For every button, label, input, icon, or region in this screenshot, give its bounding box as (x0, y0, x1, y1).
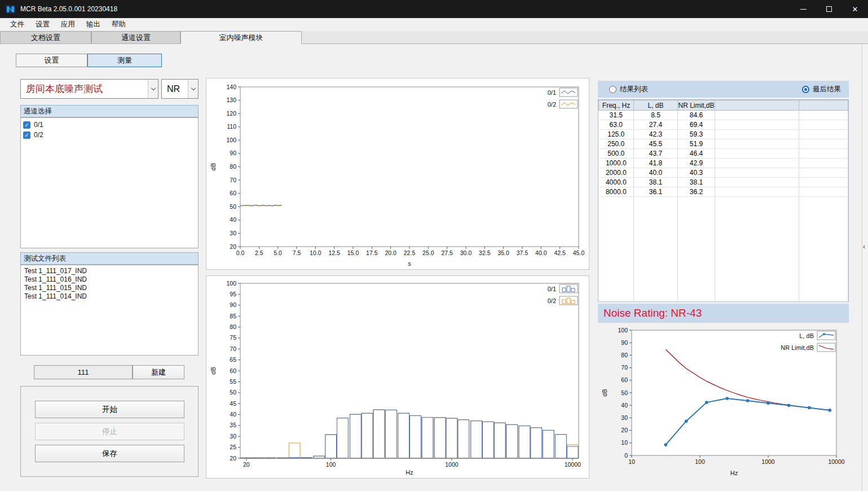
menu-help[interactable]: 帮助 (106, 18, 131, 31)
stop-button[interactable]: 停止 (35, 423, 184, 440)
collapse-left-icon: ‹ (863, 243, 865, 251)
spectrum-chart: 2025303540455055606570758085909510020100… (206, 275, 589, 479)
svg-text:20: 20 (621, 427, 628, 433)
svg-text:45.0: 45.0 (573, 249, 585, 256)
radio-selected-icon (802, 86, 809, 93)
svg-text:80: 80 (230, 323, 236, 330)
svg-text:17.5: 17.5 (366, 249, 378, 256)
table-row[interactable]: 500.043.746.4 (599, 149, 848, 159)
minimize-button[interactable] (790, 0, 816, 18)
menu-output[interactable]: 输出 (81, 18, 106, 31)
tab-document-settings[interactable]: 文档设置 (0, 31, 91, 43)
table-row[interactable]: 250.045.551.9 (599, 139, 848, 149)
table-row[interactable]: 2000.040.040.3 (599, 168, 848, 178)
table-row[interactable]: 31.58.584.6 (599, 111, 848, 120)
tab-measure[interactable]: 测量 (87, 54, 162, 67)
noise-rating-banner: Noise Rating: NR-43 (598, 304, 849, 323)
table-row (599, 255, 848, 264)
svg-text:20.0: 20.0 (385, 249, 396, 256)
svg-text:45: 45 (230, 400, 236, 407)
svg-text:95: 95 (230, 291, 236, 297)
table-row (599, 264, 848, 274)
file-list-item[interactable]: Test 1_111_014_IND (21, 292, 198, 301)
svg-text:2.5: 2.5 (255, 249, 263, 256)
file-list-item[interactable]: Test 1_111_017_IND (21, 267, 198, 275)
test-type-select[interactable]: 房间本底噪声测试 (20, 79, 158, 99)
col-level: L, dB (634, 100, 678, 111)
svg-text:0/2: 0/2 (548, 297, 556, 304)
channel-label: 0/1 (34, 121, 43, 129)
file-list-item[interactable]: Test 1_111_016_IND (21, 275, 198, 284)
svg-text:55: 55 (230, 378, 236, 385)
svg-text:Hz: Hz (730, 470, 738, 476)
svg-text:dB: dB (210, 367, 217, 374)
svg-text:37.5: 37.5 (517, 249, 528, 256)
svg-text:25.0: 25.0 (422, 249, 434, 256)
results-table-body: 31.58.584.663.027.469.4125.042.359.3250.… (599, 111, 848, 303)
maximize-icon (826, 6, 832, 12)
svg-text:65: 65 (230, 356, 236, 363)
svg-text:90: 90 (621, 339, 628, 346)
app-window: MCR Beta 2.05.0.001 20230418 ✕ 文件 设置 应用 … (0, 0, 868, 491)
menu-file[interactable]: 文件 (5, 18, 30, 31)
svg-text:L, dB: L, dB (799, 332, 814, 339)
checkbox-icon[interactable]: ✓ (23, 121, 30, 129)
right-splitter[interactable]: ‹ (862, 44, 868, 491)
file-list-item[interactable]: Test 1_111_015_IND (21, 284, 198, 292)
window-title: MCR Beta 2.05.0.001 20230418 (20, 5, 117, 13)
svg-text:10: 10 (621, 439, 628, 446)
svg-text:60: 60 (230, 367, 236, 374)
channel-item[interactable]: ✓0/1 (21, 120, 198, 130)
svg-text:0/2: 0/2 (548, 101, 556, 108)
svg-text:110: 110 (227, 123, 236, 130)
minimize-icon (800, 9, 807, 10)
svg-text:100: 100 (326, 461, 336, 468)
radio-result-list[interactable]: 结果列表 (609, 85, 648, 94)
table-row[interactable]: 125.042.359.3 (599, 130, 848, 139)
test-name-input[interactable] (34, 365, 133, 379)
menu-apply[interactable]: 应用 (55, 18, 81, 31)
svg-text:12.5: 12.5 (328, 249, 340, 256)
svg-text:30: 30 (621, 414, 628, 421)
svg-text:75: 75 (230, 334, 236, 341)
svg-text:70: 70 (230, 345, 236, 352)
svg-text:Hz: Hz (406, 469, 413, 476)
svg-text:10000: 10000 (828, 458, 844, 465)
svg-text:20: 20 (230, 455, 236, 462)
svg-text:140: 140 (226, 84, 236, 90)
svg-text:7.5: 7.5 (293, 249, 301, 256)
svg-text:35.0: 35.0 (497, 249, 509, 256)
svg-text:0: 0 (624, 452, 628, 459)
chevron-down-icon[interactable] (188, 80, 198, 98)
checkbox-icon[interactable]: ✓ (23, 131, 30, 139)
table-row (599, 293, 848, 303)
start-button[interactable]: 开始 (35, 401, 184, 418)
radio-last-result[interactable]: 最后结果 (802, 85, 841, 94)
save-button[interactable]: 保存 (35, 445, 184, 462)
svg-text:100: 100 (695, 458, 705, 465)
channel-section-header: 通道选择 (20, 105, 199, 117)
svg-text:50: 50 (230, 389, 236, 396)
chevron-down-icon[interactable] (148, 80, 158, 98)
channel-item[interactable]: ✓0/2 (21, 130, 198, 140)
svg-text:10: 10 (628, 458, 635, 465)
table-row (599, 226, 848, 235)
maximize-button[interactable] (816, 0, 842, 18)
table-row[interactable]: 1000.041.842.9 (599, 159, 848, 168)
table-row[interactable]: 8000.036.136.2 (599, 187, 848, 197)
tab-indoor-noise-module[interactable]: 室内噪声模块 (180, 31, 302, 44)
table-row[interactable]: 63.027.469.4 (599, 120, 848, 130)
svg-text:25: 25 (230, 444, 236, 450)
svg-text:s: s (408, 260, 411, 267)
col-freq: Freq., Hz (599, 100, 634, 111)
menu-settings[interactable]: 设置 (30, 18, 55, 31)
svg-text:dB: dB (601, 389, 608, 396)
tab-setup[interactable]: 设置 (16, 54, 87, 67)
rating-standard-select[interactable]: NR (161, 79, 199, 99)
svg-text:50: 50 (230, 203, 236, 210)
tab-channel-settings[interactable]: 通道设置 (91, 31, 180, 43)
close-button[interactable]: ✕ (842, 0, 868, 18)
rating-standard-value: NR (162, 84, 188, 94)
table-row[interactable]: 4000.038.138.1 (599, 178, 848, 187)
new-button[interactable]: 新建 (133, 365, 184, 379)
